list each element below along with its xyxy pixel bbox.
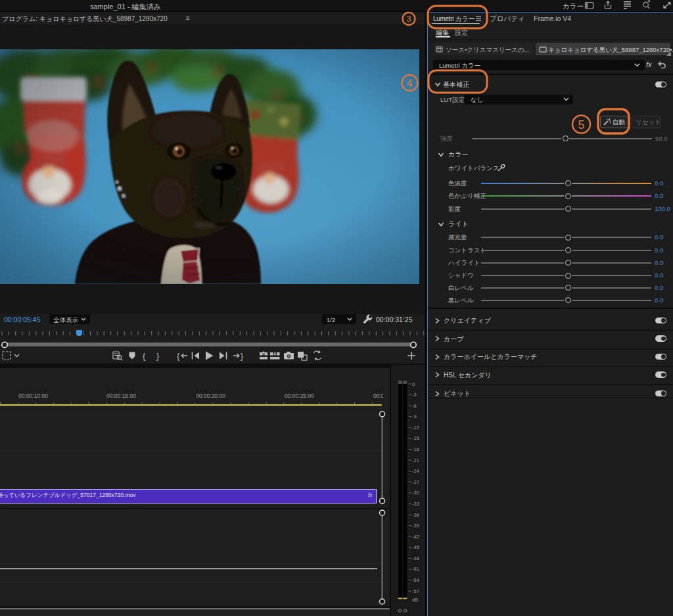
svg-text:-36: -36	[412, 512, 419, 518]
svg-text:-48: -48	[412, 556, 419, 561]
svg-text:-6: -6	[412, 403, 417, 409]
svg-text:-9: -9	[412, 414, 417, 419]
svg-text:-42: -42	[412, 534, 419, 540]
svg-text:-24: -24	[412, 468, 419, 474]
svg-text:-3: -3	[412, 392, 417, 398]
svg-text:0: 0	[412, 381, 415, 387]
svg-text:-27: -27	[412, 479, 419, 485]
svg-text:-33: -33	[412, 501, 419, 507]
svg-text:-39: -39	[412, 523, 419, 529]
svg-text:}: }	[156, 352, 159, 361]
svg-text:-54: -54	[412, 577, 419, 583]
svg-text:-15: -15	[412, 435, 419, 441]
svg-text:dB: dB	[412, 597, 418, 603]
svg-text:-30: -30	[412, 490, 419, 496]
svg-text:{: {	[177, 352, 179, 361]
svg-text:-18: -18	[412, 446, 419, 452]
svg-text:}: }	[241, 352, 243, 361]
svg-text:-45: -45	[412, 544, 419, 550]
svg-text:-51: -51	[412, 566, 419, 572]
svg-text:-12: -12	[412, 425, 419, 431]
svg-text:-21: -21	[412, 458, 419, 463]
svg-text:-57: -57	[412, 588, 419, 594]
svg-text:{: {	[143, 352, 145, 361]
